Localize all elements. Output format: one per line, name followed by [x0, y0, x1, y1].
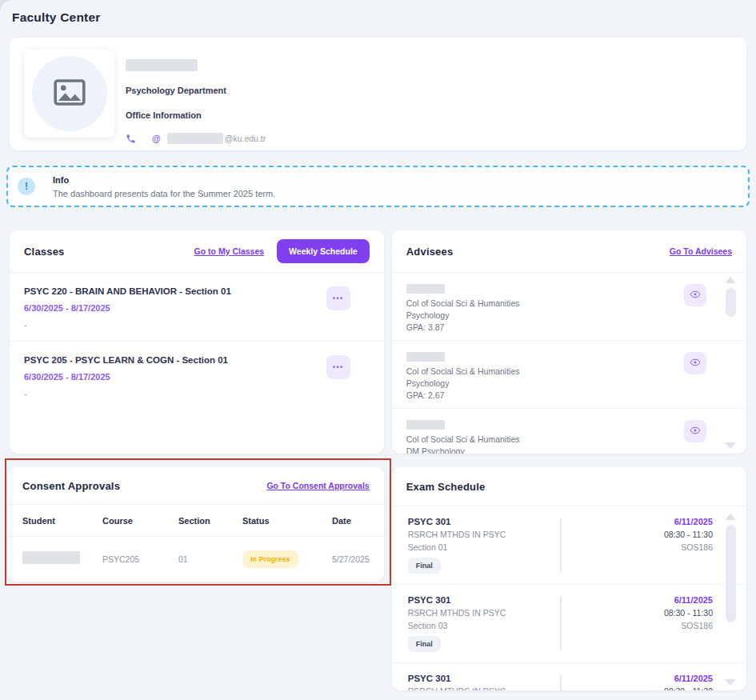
- class-actions-button[interactable]: •••: [326, 355, 350, 379]
- scroll-up-icon[interactable]: [725, 514, 736, 520]
- contact-row: @ @ku.edu.tr: [126, 133, 266, 144]
- class-item-text: PSYC 205 - PSYC LEARN & COGN - Section 0…: [24, 355, 326, 398]
- dashboard-grid: Classes Go to My Classes Weekly Schedule…: [10, 230, 746, 690]
- consent-course: PSYC205: [102, 554, 178, 564]
- exam-type-badge: Final: [408, 636, 441, 652]
- advisee-item: Col of Social Sci & Humanities Psycholog…: [392, 273, 746, 340]
- advisee-program: Psychology: [406, 310, 684, 320]
- consent-table-header: Student Course Section Status Date: [8, 505, 384, 536]
- view-advisee-button[interactable]: [684, 420, 706, 442]
- advisee-item: Col of Social Sci & Humanities Psycholog…: [392, 341, 746, 408]
- profile-card: Psychology Department Office Information…: [10, 38, 746, 150]
- advisee-text: Col of Social Sci & Humanities DM Psycho…: [406, 420, 684, 454]
- scroll-up-icon[interactable]: [725, 277, 736, 283]
- column-student: Student: [22, 516, 102, 526]
- consent-table-row: PSYC205 01 In Progress 5/27/2025: [8, 537, 384, 582]
- info-text: Info The dashboard presents data for the…: [53, 175, 275, 198]
- consent-section: 01: [178, 554, 242, 564]
- exam-room: SOS186: [562, 621, 713, 630]
- consent-approvals-card: Consent Approvals Go To Consent Approval…: [8, 467, 384, 582]
- class-actions-button[interactable]: •••: [326, 286, 350, 310]
- view-advisee-button[interactable]: [684, 352, 706, 374]
- profile-department: Psychology Department: [126, 86, 266, 95]
- column-course: Course: [102, 516, 178, 526]
- eye-icon: [690, 425, 701, 438]
- exam-date: 6/11/2025: [562, 674, 713, 683]
- profile-info: Psychology Department Office Information…: [126, 50, 266, 138]
- exam-section: Section 01: [408, 542, 560, 552]
- status-badge: In Progress: [242, 550, 298, 568]
- advisee-college: Col of Social Sci & Humanities: [406, 434, 684, 444]
- email-at-icon: @: [152, 134, 161, 143]
- exam-left: PSYC 301 RSRCH MTHDS IN PSYC Section 01 …: [408, 517, 560, 574]
- go-to-advisees-link[interactable]: Go To Advisees: [670, 246, 732, 256]
- info-title: Info: [53, 175, 275, 185]
- exam-time: 08:30 - 11:30: [562, 530, 713, 539]
- exam-left: PSYC 301 RSRCH MTHDS IN PSYC Section 03 …: [408, 595, 560, 652]
- exam-course-code: PSYC 301: [408, 595, 560, 605]
- consent-date: 5/27/2025: [332, 554, 370, 564]
- advisee-item: Col of Social Sci & Humanities DM Psycho…: [392, 409, 746, 454]
- class-item: PSYC 205 - PSYC LEARN & COGN - Section 0…: [10, 342, 384, 410]
- exam-right: 6/11/2025 08:30 - 11:30 SOS186: [562, 674, 746, 690]
- advisee-college: Col of Social Sci & Humanities: [406, 298, 684, 308]
- view-advisee-button[interactable]: [684, 284, 706, 306]
- classes-header: Classes Go to My Classes Weekly Schedule: [10, 230, 384, 272]
- phone-icon: [126, 134, 136, 144]
- advisee-college: Col of Social Sci & Humanities: [406, 366, 684, 376]
- class-note: -: [24, 320, 326, 330]
- eye-icon: [690, 357, 701, 370]
- column-date: Date: [332, 516, 370, 526]
- redacted-advisee-name: [406, 352, 445, 362]
- exam-date: 6/11/2025: [562, 517, 713, 526]
- exam-right: 6/11/2025 08:30 - 11:30 SOS186: [562, 595, 746, 652]
- column-status: Status: [242, 516, 332, 526]
- class-title: PSYC 205 - PSYC LEARN & COGN - Section 0…: [24, 355, 326, 365]
- exam-schedule-scrollbar[interactable]: [725, 514, 736, 686]
- scroll-down-icon[interactable]: [725, 679, 736, 686]
- advisees-scrollbar[interactable]: [725, 277, 736, 449]
- exam-item: PSYC 301 RSRCH MTHDS IN PSYC Section 03 …: [392, 585, 746, 662]
- go-to-my-classes-link[interactable]: Go to My Classes: [194, 246, 265, 256]
- exam-room: SOS186: [562, 542, 713, 552]
- exam-course-name: RSRCH MTHDS IN PSYC: [408, 608, 560, 618]
- class-item-text: PSYC 220 - BRAIN AND BEHAVIOR - Section …: [24, 286, 326, 330]
- class-note: -: [24, 389, 326, 398]
- advisee-text: Col of Social Sci & Humanities Psycholog…: [406, 352, 684, 400]
- exam-course-code: PSYC 301: [408, 674, 560, 683]
- class-title: PSYC 220 - BRAIN AND BEHAVIOR - Section …: [24, 286, 326, 296]
- scrollbar-thumb[interactable]: [726, 525, 736, 622]
- scroll-down-icon[interactable]: [725, 442, 736, 449]
- class-dates: 6/30/2025 - 8/17/2025: [24, 303, 326, 313]
- info-banner: ! Info The dashboard presents data for t…: [6, 166, 750, 207]
- exam-course-name: RSRCH MTHDS IN PSYC: [408, 530, 560, 539]
- exam-right: 6/11/2025 08:30 - 11:30 SOS186: [562, 517, 746, 574]
- exam-course-name: RSRCH MTHDS IN PSYC: [408, 686, 560, 690]
- exam-section: Section 03: [408, 621, 560, 630]
- redacted-email-user: [167, 133, 223, 144]
- advisee-program: Psychology: [406, 378, 684, 388]
- avatar: [24, 50, 114, 138]
- advisee-program: DM Psychology: [406, 446, 684, 454]
- eye-icon: [690, 289, 701, 302]
- red-annotation-rectangle: Consent Approvals Go To Consent Approval…: [5, 458, 391, 586]
- advisee-gpa: GPA: 2.67: [406, 390, 684, 400]
- class-dates: 6/30/2025 - 8/17/2025: [24, 372, 326, 382]
- weekly-schedule-button[interactable]: Weekly Schedule: [277, 239, 370, 263]
- advisees-header: Advisees Go To Advisees: [392, 230, 746, 272]
- classes-card: Classes Go to My Classes Weekly Schedule…: [10, 230, 384, 454]
- exam-schedule-title: Exam Schedule: [406, 481, 486, 493]
- exam-time: 08:30 - 11:30: [562, 686, 713, 690]
- email-domain: @ku.edu.tr: [225, 134, 266, 143]
- consent-title: Consent Approvals: [22, 480, 120, 492]
- go-to-consent-approvals-link[interactable]: Go To Consent Approvals: [266, 481, 369, 490]
- exam-left: PSYC 301 RSRCH MTHDS IN PSYC Section 01 …: [408, 674, 560, 690]
- exam-type-badge: Final: [408, 558, 441, 574]
- exam-item: PSYC 301 RSRCH MTHDS IN PSYC Section 01 …: [392, 506, 746, 584]
- ellipsis-icon: •••: [333, 294, 344, 302]
- info-message: The dashboard presents data for the Summ…: [53, 189, 275, 198]
- scrollbar-thumb[interactable]: [726, 288, 736, 317]
- advisee-text: Col of Social Sci & Humanities Psycholog…: [406, 284, 684, 332]
- redacted-faculty-name: [126, 59, 198, 71]
- office-information-label: Office Information: [126, 110, 266, 120]
